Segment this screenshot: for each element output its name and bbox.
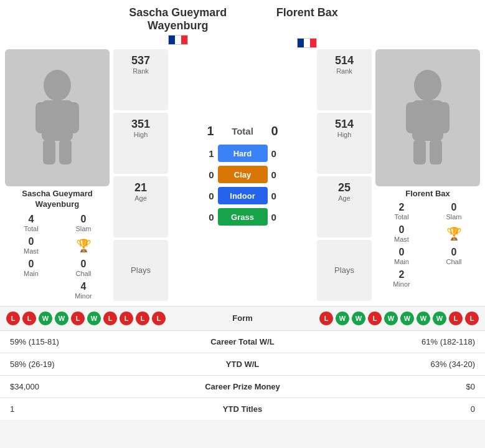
player2-minor-empty [428, 268, 480, 289]
player1-plays-box: Plays [113, 240, 168, 301]
player1-name-top: Sascha Gueymard [113, 6, 243, 19]
player2-slam-label: Slam [430, 213, 478, 221]
flag-blue2 [298, 39, 304, 47]
grass-score-left: 0 [199, 212, 218, 222]
player1-form-badges: LLWWLWLLLL [6, 312, 214, 325]
flag-blue [169, 36, 175, 44]
indoor-button[interactable]: Indoor [218, 187, 268, 204]
player2-main-cell: 0 Main [375, 245, 428, 267]
player2-prize: $0 [315, 375, 485, 398]
player1-name-below: Sascha Gueymard Wayenburg [5, 189, 110, 210]
player2-plays-label: Plays [334, 265, 354, 275]
grass-button[interactable]: Grass [218, 208, 268, 226]
ytd-titles-label: YTD Titles [170, 398, 316, 420]
player2-flag [243, 38, 372, 48]
career-wl-label: Career Total W/L [170, 330, 316, 353]
player2-rank-label: Rank [319, 67, 369, 75]
player1-name-block: Sascha Gueymard Wayenburg [113, 6, 243, 49]
player1-name-sub: Wayenburg [113, 19, 243, 32]
player1-chall-value: 0 [60, 259, 107, 270]
player1-chall-cell: 0 Chall [57, 257, 110, 279]
player1-center-stats: 537 Rank 351 High 21 Age Plays [113, 49, 168, 301]
player2-ytd-wl: 63% (34-20) [315, 353, 485, 375]
player2-name-block: Florent Bax [243, 6, 372, 49]
clay-button[interactable]: Clay [218, 166, 268, 183]
player2-photo [375, 49, 480, 186]
player1-age-label: Age [116, 194, 166, 202]
form-badge-w: W [55, 312, 68, 325]
player2-chall-label: Chall [430, 258, 478, 265]
form-badge-l: L [6, 312, 20, 325]
player-names-row: Sascha Gueymard Wayenburg Florent Bax [113, 6, 372, 49]
total-score-row: 1 Total 0 [172, 124, 313, 138]
player2-minor-value: 2 [378, 269, 425, 280]
player2-center-stats: 514 Rank 514 High 25 Age Plays [317, 49, 372, 301]
player2-rank-value: 514 [319, 54, 369, 67]
player2-ytd-titles: 0 [315, 398, 485, 420]
svg-rect-10 [413, 140, 426, 164]
player1-prize: $34,000 [0, 375, 170, 398]
form-badge-w: W [384, 312, 398, 325]
prize-row: $34,000 Career Prize Money $0 [0, 375, 485, 398]
player1-trophy: 🏆 [57, 235, 110, 256]
flag-red2 [310, 39, 316, 47]
form-badge-l: L [103, 312, 117, 325]
svg-rect-5 [59, 140, 72, 164]
player2-chall-cell: 0 Chall [428, 245, 480, 267]
player2-plays-box: Plays [317, 240, 372, 301]
flag-red [181, 36, 187, 44]
form-badge-w: W [433, 312, 446, 325]
player1-high-label: High [116, 131, 166, 138]
ytd-wl-label: YTD W/L [170, 353, 316, 375]
player1-photo [5, 49, 110, 186]
player2-high-label: High [319, 131, 369, 138]
svg-rect-2 [35, 102, 47, 133]
svg-rect-3 [68, 102, 79, 133]
indoor-score-right: 0 [268, 191, 286, 201]
player2-main-value: 0 [378, 247, 425, 258]
player2-flag-fr [297, 38, 317, 48]
player1-main-value: 0 [7, 259, 55, 270]
player1-stats-grid: 4 Total 0 Slam 0 Mast 🏆 0 Main [5, 212, 110, 301]
trophy-icon-p1: 🏆 [76, 238, 92, 253]
form-label: Form [218, 313, 268, 323]
svg-rect-4 [43, 140, 55, 164]
svg-rect-11 [430, 140, 442, 164]
player2-total-cell: 2 Total [375, 201, 428, 222]
header-row: Sascha Gueymard Wayenburg Florent Bax [0, 0, 485, 49]
form-badge-l: L [449, 312, 463, 325]
player1-ytd-titles: 1 [0, 398, 170, 420]
form-section: LLWWLWLLLL Form LWWLWWWWLL [0, 306, 485, 330]
clay-score-row: 0 Clay 0 [172, 166, 313, 183]
player1-total-cell: 4 Total [5, 212, 57, 234]
player1-minor-cell2: 4 Minor [57, 280, 110, 301]
player1-high-value: 351 [116, 118, 166, 131]
player1-total-value: 4 [7, 214, 55, 225]
hard-button[interactable]: Hard [218, 145, 268, 162]
hard-score-left: 1 [199, 148, 218, 159]
indoor-score-row: 0 Indoor 0 [172, 187, 313, 204]
player1-slam-cell: 0 Slam [57, 212, 110, 234]
player2-minor-label: Minor [378, 280, 425, 288]
player2-age-box: 25 Age [317, 176, 372, 237]
player2-trophy: 🏆 [428, 223, 480, 244]
player1-rank-label: Rank [116, 67, 166, 75]
clay-score-left: 0 [199, 169, 218, 180]
player1-ytd-wl: 58% (26-19) [0, 353, 170, 375]
total-score-right: 0 [268, 124, 286, 138]
form-badge-l: L [368, 312, 382, 325]
clay-score-right: 0 [268, 169, 286, 180]
player2-name-top: Florent Bax [243, 6, 372, 19]
player2-rank-box: 514 Rank [317, 49, 372, 110]
player1-plays-label: Plays [131, 265, 151, 275]
player2-mast-label: Mast [378, 236, 425, 243]
prize-label: Career Prize Money [170, 375, 316, 398]
player2-high-box: 514 High [317, 113, 372, 174]
flag-white2 [304, 39, 310, 47]
form-badge-w: W [352, 312, 365, 325]
player2-main-label: Main [378, 258, 425, 265]
grass-score-row: 0 Grass 0 [172, 208, 313, 226]
form-badge-l: L [22, 312, 36, 325]
player2-name-below: Florent Bax [375, 189, 480, 198]
career-wl-row: 59% (115-81) Career Total W/L 61% (182-1… [0, 330, 485, 353]
